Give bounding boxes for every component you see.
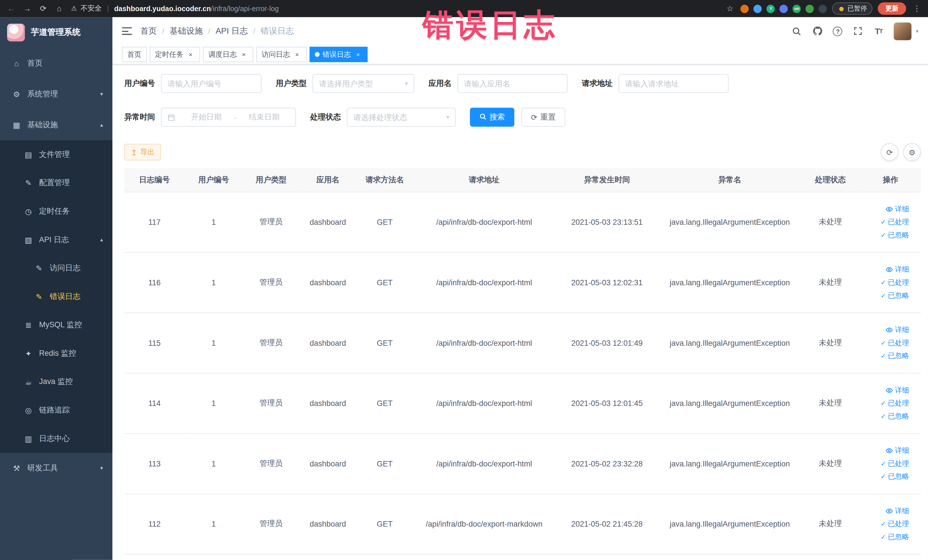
- export-icon: ↥: [131, 148, 137, 156]
- close-icon[interactable]: ×: [186, 50, 195, 58]
- detail-link[interactable]: 详细: [885, 505, 909, 517]
- processed-link[interactable]: ✓ 已处理: [881, 216, 909, 227]
- smiley-icon: ☻: [838, 5, 845, 12]
- doc-icon: ✎: [34, 264, 44, 272]
- ignored-link[interactable]: ✓ 已忽略: [881, 350, 909, 362]
- close-icon[interactable]: ×: [293, 50, 301, 58]
- processed-link[interactable]: ✓ 已处理: [881, 276, 909, 288]
- extension-3-icon[interactable]: Y: [766, 5, 775, 13]
- ignored-link[interactable]: ✓ 已忽略: [881, 229, 909, 241]
- ignored-link[interactable]: ✓ 已忽略: [881, 531, 909, 543]
- detail-link[interactable]: 详细: [885, 444, 909, 456]
- extension-1-icon[interactable]: [740, 5, 749, 13]
- sidebar-item-mysql[interactable]: ≣ MySQL 监控: [0, 311, 112, 339]
- app-name-input[interactable]: [464, 79, 561, 88]
- extension-7-icon[interactable]: [819, 5, 827, 13]
- tab-定时任务[interactable]: 定时任务 ×: [150, 47, 200, 62]
- detail-link[interactable]: 详细: [885, 324, 909, 336]
- sidebar-item-system[interactable]: ⚙ 系统管理 ▾: [0, 79, 112, 110]
- user-type-select[interactable]: ▾: [312, 74, 414, 93]
- browser-home-icon[interactable]: ⌂: [54, 5, 64, 12]
- url-domain: dashboard.yudao.iocoder.cn: [114, 5, 211, 13]
- sidebar-item-file[interactable]: ▤ 文件管理: [0, 140, 112, 169]
- help-icon[interactable]: ?: [833, 26, 843, 36]
- process-status-select[interactable]: ▾: [347, 108, 456, 127]
- main-area: 首页 / 基础设施 / API 日志 / 错误日志 ?: [112, 17, 928, 560]
- breadcrumb-item-infra[interactable]: 基础设施: [170, 26, 203, 36]
- breadcrumb-item-api-log[interactable]: API 日志: [216, 26, 248, 36]
- browser-menu-icon[interactable]: ⋮: [911, 5, 922, 12]
- browser-forward-icon[interactable]: →: [22, 5, 32, 12]
- paused-badge[interactable]: ☻ 已暂停: [832, 2, 872, 15]
- check-icon: ✓: [881, 473, 886, 480]
- cell-status: 未处理: [801, 312, 860, 373]
- filter-user-type: 用户类型 ▾: [276, 74, 414, 93]
- browser-back-icon[interactable]: ←: [6, 5, 17, 12]
- breadcrumb-item-home[interactable]: 首页: [140, 26, 157, 36]
- table-row: 117 1 管理员 dashboard GET /api/infra/db-do…: [124, 192, 921, 252]
- close-icon[interactable]: ×: [354, 50, 362, 58]
- sidebar-item-redis[interactable]: ✦ Redis 监控: [0, 339, 112, 368]
- sidebar-item-java[interactable]: ☕ Java 监控: [0, 368, 112, 396]
- export-button[interactable]: ↥ 导出: [124, 144, 161, 160]
- detail-link[interactable]: 详细: [885, 263, 909, 275]
- user-id-input[interactable]: [168, 79, 255, 88]
- processed-link[interactable]: ✓ 已处理: [881, 397, 909, 409]
- process-status-select-input[interactable]: [353, 113, 443, 122]
- sidebar-item-home[interactable]: ⌂ 首页: [0, 48, 112, 79]
- cell-user-id: 1: [185, 433, 243, 494]
- user-avatar[interactable]: [894, 22, 912, 40]
- app-logo[interactable]: 芋道管理系统: [0, 17, 112, 48]
- detail-link[interactable]: 详细: [885, 384, 909, 396]
- reset-button[interactable]: ⟳ 重置: [522, 108, 565, 127]
- update-button[interactable]: 更新: [878, 2, 906, 15]
- avatar-caret-icon[interactable]: ▾: [916, 28, 919, 34]
- tab-首页[interactable]: 首页: [122, 47, 147, 62]
- close-icon[interactable]: ×: [240, 50, 248, 58]
- sidebar-item-access-log[interactable]: ✎ 访问日志: [0, 254, 112, 282]
- request-url-input[interactable]: [625, 79, 722, 88]
- sidebar-item-label: Redis 监控: [39, 348, 76, 359]
- extension-4-icon[interactable]: [780, 5, 788, 13]
- search-icon[interactable]: [792, 26, 802, 36]
- address-bar[interactable]: ⚠ 不安全 dashboard.yudao.iocoder.cn/infra/l…: [70, 3, 719, 14]
- sidebar-item-api-log[interactable]: ▧ API 日志 ▴: [0, 225, 112, 254]
- sidebar-item-label: 错误日志: [50, 291, 81, 302]
- check-icon: ✓: [881, 219, 886, 225]
- user-type-select-input[interactable]: [319, 79, 401, 88]
- font-size-icon[interactable]: TT: [873, 26, 884, 36]
- sidebar-item-log-center[interactable]: ▥ 日志中心: [0, 424, 112, 453]
- sidebar-item-devtools[interactable]: ⚒ 研发工具 ▾: [0, 453, 112, 484]
- github-icon[interactable]: [812, 26, 823, 36]
- extension-5-icon[interactable]: on: [793, 5, 801, 13]
- extension-2-icon[interactable]: [754, 5, 762, 13]
- col-method: 请求方法名: [356, 168, 413, 192]
- refresh-table-icon[interactable]: ⟳: [881, 143, 898, 161]
- cell-user-id: 1: [185, 373, 243, 433]
- ignored-link[interactable]: ✓ 已忽略: [881, 290, 909, 301]
- sidebar-item-job[interactable]: ◷ 定时任务: [0, 197, 112, 226]
- ignored-link[interactable]: ✓ 已忽略: [881, 410, 909, 422]
- search-button[interactable]: 搜索: [470, 108, 514, 127]
- fullscreen-icon[interactable]: [853, 26, 863, 36]
- breadcrumb-separator: /: [253, 26, 255, 35]
- exception-time-range-picker[interactable]: 开始日期 - 结束日期: [161, 108, 296, 127]
- sidebar-item-infra[interactable]: ▦ 基础设施 ▴: [0, 110, 112, 140]
- ignored-link[interactable]: ✓ 已忽略: [881, 470, 909, 482]
- processed-link[interactable]: ✓ 已处理: [881, 518, 909, 529]
- column-settings-icon[interactable]: ⚙: [903, 143, 921, 161]
- sidebar-item-config[interactable]: ✎ 配置管理: [0, 169, 112, 197]
- tab-调度日志[interactable]: 调度日志 ×: [203, 47, 253, 62]
- detail-link[interactable]: 详细: [885, 203, 909, 215]
- tab-错误日志[interactable]: 错误日志 ×: [310, 47, 368, 62]
- browser-reload-icon[interactable]: ⟳: [38, 5, 49, 12]
- processed-link[interactable]: ✓ 已处理: [881, 458, 909, 469]
- extension-6-icon[interactable]: [806, 5, 814, 13]
- processed-link[interactable]: ✓ 已处理: [881, 337, 909, 349]
- sidebar-item-error-log[interactable]: ✎ 错误日志: [0, 282, 112, 311]
- sidebar-item-trace[interactable]: ◎ 链路追踪: [0, 396, 112, 424]
- tab-访问日志[interactable]: 访问日志 ×: [256, 47, 307, 62]
- bookmark-star-icon[interactable]: ☆: [725, 5, 735, 12]
- filter-row-2: 异常时间 开始日期 - 结束日期 处理状态: [124, 108, 921, 127]
- sidebar-toggle-icon[interactable]: [122, 27, 132, 35]
